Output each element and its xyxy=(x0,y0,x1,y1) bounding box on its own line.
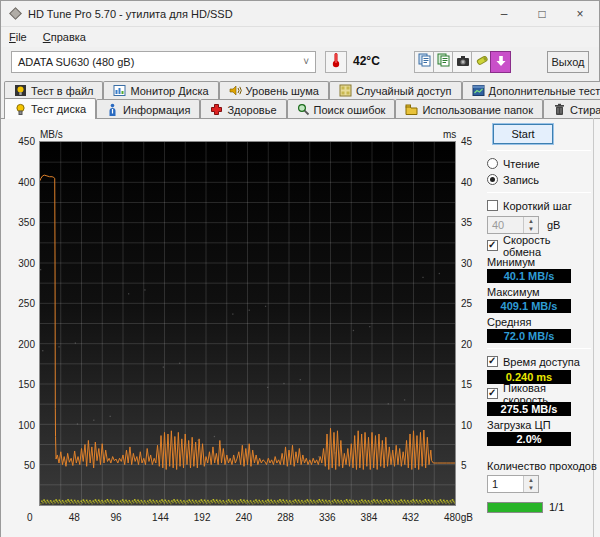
pass-count-value: 1 xyxy=(488,476,523,492)
y-right-tick: 30 xyxy=(461,258,481,269)
write-radio-label: Запись xyxy=(503,174,539,186)
copy-text-button[interactable] xyxy=(433,51,454,73)
tab-label: Информация xyxy=(123,104,190,116)
read-radio[interactable] xyxy=(487,158,498,169)
close-button[interactable]: × xyxy=(561,1,599,27)
access-time-row[interactable]: Время доступа xyxy=(487,354,591,369)
window-title: HD Tune Pro 5.70 - утилита для HD/SSD xyxy=(28,8,233,20)
x-tick: 288 xyxy=(277,512,294,523)
tab-label: Дополнительные тесты xyxy=(489,85,600,97)
tab-health[interactable]: Здоровье xyxy=(200,99,286,119)
write-radio[interactable] xyxy=(487,174,498,185)
x-tick: 384 xyxy=(361,512,378,523)
tab-noise-level[interactable]: Уровень шума xyxy=(219,81,329,99)
folder-icon xyxy=(405,103,418,116)
read-radio-row[interactable]: Чтение xyxy=(487,156,591,171)
tab-label: Стирание xyxy=(570,104,600,116)
y-right-tick: 10 xyxy=(461,420,481,431)
short-stride-checkbox[interactable] xyxy=(487,200,498,211)
y-right-tick: 25 xyxy=(461,298,481,309)
tab-label: Уровень шума xyxy=(246,85,319,97)
write-radio-row[interactable]: Запись xyxy=(487,172,591,187)
stride-up-icon[interactable]: ▲ xyxy=(524,217,538,225)
tab-label: Использование папок xyxy=(422,104,533,116)
start-button[interactable]: Start xyxy=(493,124,553,144)
pass-count-label: Количество проходов xyxy=(487,460,591,472)
access-time-checkbox[interactable] xyxy=(487,356,498,367)
maximize-button[interactable]: □ xyxy=(523,1,561,27)
y-left-tick: 50 xyxy=(7,460,35,471)
stride-size-value: 40 xyxy=(488,217,523,233)
x-tick: 192 xyxy=(194,512,211,523)
short-stride-row[interactable]: Короткий шаг xyxy=(487,198,591,213)
read-radio-label: Чтение xyxy=(503,158,540,170)
chevron-down-icon: ˅ xyxy=(303,56,309,67)
burst-rate-checkbox[interactable] xyxy=(487,388,498,399)
y-left-tick: 150 xyxy=(7,379,35,390)
pass-down-icon[interactable]: ▼ xyxy=(524,484,538,492)
monitor-icon xyxy=(113,84,126,97)
tab-file-benchmark[interactable]: Тест в файл xyxy=(4,81,103,99)
minimize-button[interactable]: – xyxy=(485,1,523,27)
speaker-icon xyxy=(229,84,242,97)
hd-tune-window: HD Tune Pro 5.70 - утилита для HD/SSD – … xyxy=(0,0,600,537)
tab-disk-monitor[interactable]: Монитор Диска xyxy=(103,81,218,99)
transfer-rate-checkbox[interactable] xyxy=(487,240,498,251)
bulb-dark-icon xyxy=(14,84,27,97)
bulb-icon xyxy=(14,103,27,116)
y-left-tick: 350 xyxy=(7,217,35,228)
x-tick: 0 xyxy=(27,512,33,523)
tab-erase[interactable]: Стирание xyxy=(543,99,600,119)
copy-text-icon xyxy=(437,53,451,71)
app-icon xyxy=(9,7,22,20)
y-right-tick: 35 xyxy=(461,217,481,228)
tab-folder-usage[interactable]: Использование папок xyxy=(395,99,543,119)
tab-label: Тест диска xyxy=(31,103,86,115)
download-button[interactable] xyxy=(490,51,511,73)
tab-benchmark[interactable]: Тест диска xyxy=(4,98,96,119)
screenshot-button[interactable] xyxy=(452,51,473,73)
extra-icon xyxy=(472,84,485,97)
y-axis-right-unit: ms xyxy=(443,129,456,140)
drive-select[interactable]: ADATA SU630 (480 gB) ˅ xyxy=(11,51,316,73)
x-tick: 432 xyxy=(402,512,419,523)
temperature-button[interactable] xyxy=(325,51,347,73)
stride-unit-label: gB xyxy=(547,219,560,231)
y-left-tick: 400 xyxy=(7,177,35,188)
exit-button[interactable]: Выход xyxy=(547,51,589,73)
camera-icon xyxy=(456,53,470,71)
tab-label: Здоровье xyxy=(227,104,276,116)
x-tick: 48 xyxy=(69,512,80,523)
trash-icon xyxy=(553,103,566,116)
y-right-tick: 15 xyxy=(461,379,481,390)
min-label: Минимум xyxy=(487,256,591,268)
menu-file[interactable]: File xyxy=(1,29,35,45)
pass-up-icon[interactable]: ▲ xyxy=(524,476,538,484)
tab-random-access[interactable]: Случайный доступ xyxy=(329,81,462,99)
thermometer-icon xyxy=(330,52,342,72)
access-time-label: Время доступа xyxy=(503,356,580,368)
menu-help[interactable]: Справка xyxy=(35,29,94,45)
y-left-tick: 100 xyxy=(7,420,35,431)
tab-label: Случайный доступ xyxy=(356,85,452,97)
cpu-usage-label: Загрузка ЦП xyxy=(487,419,591,431)
tab-error-scan[interactable]: Поиск ошибок xyxy=(287,99,396,119)
stride-size-stepper[interactable]: 40 ▲▼ xyxy=(487,216,539,234)
random-icon xyxy=(339,84,352,97)
tab-extra-tests[interactable]: Дополнительные тесты xyxy=(462,81,600,99)
stride-down-icon[interactable]: ▼ xyxy=(524,225,538,233)
tab-row-primary: Тест дискаИнформацияЗдоровьеПоиск ошибок… xyxy=(4,99,600,119)
pass-progress-bar xyxy=(487,502,543,513)
copy-image-button[interactable] xyxy=(414,51,435,73)
y-left-tick: 200 xyxy=(7,339,35,350)
pass-count-stepper[interactable]: 1 ▲▼ xyxy=(487,475,539,493)
y-right-tick: 45 xyxy=(461,136,481,147)
search-icon xyxy=(297,103,310,116)
max-label: Максимум xyxy=(487,286,591,298)
marker-button[interactable] xyxy=(471,51,492,73)
burst-rate-row[interactable]: Пиковая скорость xyxy=(487,386,591,401)
avg-label: Средняя xyxy=(487,316,591,328)
cpu-usage-value: 2.0% xyxy=(487,432,571,446)
tab-info[interactable]: Информация xyxy=(96,99,200,119)
transfer-rate-row[interactable]: Скорость обмена xyxy=(487,238,591,253)
